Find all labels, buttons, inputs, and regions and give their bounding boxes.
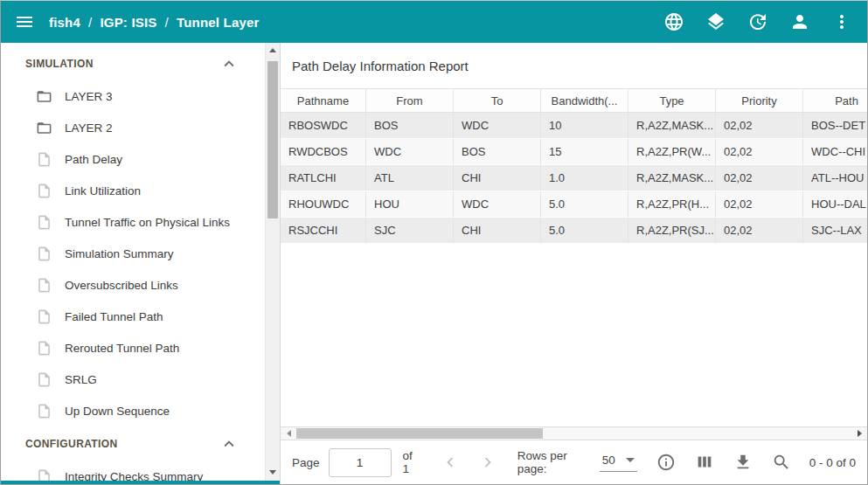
cell-pathname: RSJCCHI (281, 218, 366, 243)
triangle-down-icon (269, 470, 276, 475)
more-vert-icon[interactable] (831, 11, 852, 32)
breadcrumb-separator: / (88, 15, 92, 30)
pagination-bar: Page of 1 Rows per page: 50 (281, 440, 867, 484)
scroll-right-button[interactable] (853, 427, 865, 440)
sidebar-item-layer-3[interactable]: LAYER 3 (1, 80, 265, 112)
prev-page-button[interactable] (441, 453, 460, 472)
app-body: SIMULATION LAYER 3 LAYER 2 Path Delay (1, 43, 867, 484)
column-header-pathname[interactable]: Pathname (281, 89, 366, 112)
sidebar-item-label: LAYER 3 (65, 90, 113, 103)
triangle-right-icon (858, 430, 862, 437)
row-range-label: 0 - 0 of 0 (809, 456, 856, 469)
breadcrumb-protocol[interactable]: IGP: ISIS (100, 15, 156, 30)
sidebar-item-tunnel-traffic[interactable]: Tunnel Traffic on Physical Links (1, 206, 265, 238)
section-simulation[interactable]: SIMULATION (1, 46, 265, 80)
cell-type: R,A2Z,PR(W... (628, 139, 716, 164)
user-icon[interactable] (789, 11, 810, 32)
column-header-priority[interactable]: Priority (716, 89, 803, 112)
sidebar-item-simulation-summary[interactable]: Simulation Summary (1, 238, 265, 269)
sidebar-item-path-delay[interactable]: Path Delay (1, 143, 265, 175)
column-header-bandwidth[interactable]: Bandwidth(... (541, 89, 628, 112)
page-of-label: of 1 (403, 449, 420, 475)
next-page-button[interactable] (478, 453, 497, 472)
cell-to: CHI (454, 165, 541, 191)
sidebar-item-rerouted-tunnel-path[interactable]: Rerouted Tunnel Path (1, 332, 265, 364)
sidebar-item-srlg[interactable]: SRLG (1, 364, 265, 395)
cell-path: WDC--CHI (803, 139, 867, 164)
column-header-path[interactable]: Path (803, 89, 867, 112)
sidebar-item-failed-tunnel-path[interactable]: Failed Tunnel Path (1, 301, 265, 332)
cell-from: BOS (366, 113, 454, 138)
file-icon (36, 340, 52, 357)
section-configuration[interactable]: CONFIGURATION (1, 426, 265, 461)
file-icon (36, 151, 52, 168)
section-label: SIMULATION (25, 58, 219, 70)
hamburger-menu-icon[interactable] (14, 11, 35, 32)
search-icon[interactable] (772, 453, 791, 472)
sidebar-item-oversubscribed-links[interactable]: Oversubscribed Links (1, 269, 265, 301)
sidebar-item-link-utilization[interactable]: Link Utilization (1, 175, 265, 206)
sidebar-item-label: Path Delay (65, 153, 122, 166)
history-icon[interactable] (747, 11, 768, 32)
cell-to: WDC (454, 191, 541, 217)
cell-type: R,A2Z,PR(SJ... (628, 218, 716, 243)
reports-sidebar: SIMULATION LAYER 3 LAYER 2 Path Delay (1, 43, 280, 484)
breadcrumb-layer[interactable]: Tunnel Layer (177, 15, 260, 30)
table-row[interactable]: RSJCCHI SJC CHI 5.0 R,A2Z,PR(SJ... 02,02… (281, 218, 867, 244)
column-header-type[interactable]: Type (628, 89, 716, 112)
sidebar-item-label: Link Utilization (65, 184, 141, 197)
download-icon[interactable] (733, 453, 753, 472)
rows-per-page-select[interactable]: 50 (600, 454, 637, 472)
horizontal-scrollbar[interactable] (281, 426, 867, 440)
table-row[interactable]: RBOSWDC BOS WDC 10 R,A2Z,MASK... 02,02 B… (281, 113, 867, 139)
columns-icon[interactable] (695, 453, 714, 472)
file-icon (36, 277, 52, 294)
table-header-row: Pathname From To Bandwidth(... Type Prio… (281, 88, 867, 113)
page-label: Page (292, 456, 320, 469)
cell-pathname: RATLCHI (281, 165, 366, 191)
report-panel: Path Delay Information Report Pathname F… (280, 43, 867, 484)
table-row[interactable]: RWDCBOS WDC BOS 15 R,A2Z,PR(W... 02,02 W… (281, 139, 867, 165)
cell-path: BOS--DET (803, 113, 867, 138)
breadcrumb: fish4 / IGP: ISIS / Tunnel Layer (49, 15, 260, 30)
cell-path: HOU--DAL (803, 191, 867, 217)
globe-icon[interactable] (663, 11, 684, 32)
cell-to: BOS (454, 139, 541, 164)
sidebar-content: SIMULATION LAYER 3 LAYER 2 Path Delay (1, 43, 265, 484)
scroll-left-button[interactable] (282, 427, 295, 440)
cell-from: ATL (366, 165, 454, 191)
cell-bandwidth: 15 (541, 139, 628, 164)
scroll-up-button[interactable] (266, 43, 280, 58)
cell-pathname: RBOSWDC (281, 113, 366, 138)
scroll-down-button[interactable] (266, 465, 280, 480)
column-header-from[interactable]: From (366, 89, 454, 112)
table-row[interactable]: RATLCHI ATL CHI 1.0 R,A2Z,MASK... 02,02 … (281, 165, 867, 191)
cell-bandwidth: 5.0 (541, 191, 628, 217)
sidebar-item-label: Up Down Sequence (65, 405, 170, 418)
cell-priority: 02,02 (716, 139, 803, 164)
cell-type: R,A2Z,MASK... (628, 165, 716, 191)
file-icon (36, 308, 52, 325)
sidebar-scroll-thumb[interactable] (267, 61, 278, 218)
file-icon (36, 183, 52, 199)
horizontal-scroll-thumb[interactable] (296, 428, 543, 439)
app-window: fish4 / IGP: ISIS / Tunnel Layer (0, 0, 868, 485)
cell-pathname: RWDCBOS (281, 139, 366, 164)
table-empty-area (281, 244, 867, 426)
layers-icon[interactable] (705, 11, 726, 32)
sidebar-item-label: Oversubscribed Links (65, 279, 178, 292)
sidebar-item-layer-2[interactable]: LAYER 2 (1, 112, 265, 143)
top-app-bar: fish4 / IGP: ISIS / Tunnel Layer (1, 1, 867, 43)
page-input[interactable] (329, 448, 392, 477)
sidebar-item-up-down-sequence[interactable]: Up Down Sequence (1, 395, 265, 426)
cell-pathname: RHOUWDC (281, 191, 366, 217)
column-header-to[interactable]: To (454, 89, 541, 112)
file-icon (36, 403, 52, 419)
info-icon[interactable] (656, 453, 676, 472)
table-row[interactable]: RHOUWDC HOU WDC 5.0 R,A2Z,PR(H... 02,02 … (281, 191, 867, 218)
breadcrumb-plan[interactable]: fish4 (49, 15, 80, 30)
cell-to: WDC (454, 113, 541, 138)
sidebar-item-label: Rerouted Tunnel Path (65, 342, 179, 355)
sidebar-scrollbar[interactable] (265, 43, 280, 484)
cell-priority: 02,02 (716, 191, 803, 217)
